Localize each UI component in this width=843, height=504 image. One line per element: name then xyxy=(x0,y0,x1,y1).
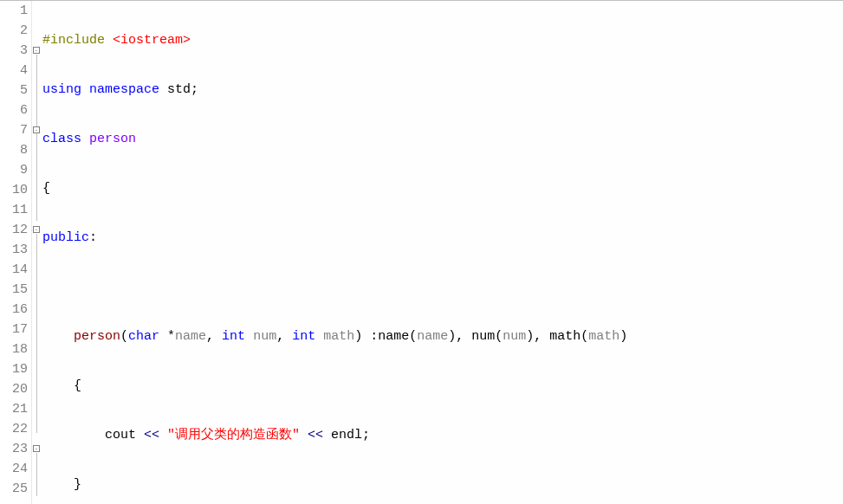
code-area[interactable]: #include <iostream> using namespace std;… xyxy=(41,1,843,504)
line-number: 11 xyxy=(0,200,28,220)
code-text: cout xyxy=(42,428,144,443)
keyword: public xyxy=(42,230,89,245)
code-line[interactable]: { xyxy=(42,376,843,396)
line-number: 13 xyxy=(0,240,28,260)
preproc-token: #include xyxy=(42,33,113,48)
string-literal: "调用父类的构造函数" xyxy=(167,428,300,443)
keyword: int xyxy=(292,329,315,344)
fold-toggle-icon[interactable]: - xyxy=(33,226,40,233)
code-line[interactable] xyxy=(42,277,843,297)
ident: std xyxy=(159,82,191,97)
line-number: 7 xyxy=(0,120,28,140)
punct: , xyxy=(276,329,292,344)
arg: name xyxy=(417,329,448,344)
fold-gutter: - - - - xyxy=(32,1,41,504)
keyword: using xyxy=(42,82,81,97)
punct: ( xyxy=(120,329,128,344)
line-number: 16 xyxy=(0,300,28,320)
line-number: 2 xyxy=(0,21,28,41)
line-number: 17 xyxy=(0,320,28,339)
code-editor[interactable]: 1 2 3 4 5 6 7 8 9 10 11 12 13 14 15 16 1… xyxy=(0,1,843,504)
code-line[interactable]: person(char *name, int num, int math) :n… xyxy=(42,326,843,346)
line-number: 20 xyxy=(0,379,28,399)
line-number: 22 xyxy=(0,419,28,439)
line-number: 14 xyxy=(0,260,28,280)
punct: : xyxy=(89,230,97,245)
punct: ) :name( xyxy=(354,329,417,344)
line-number: 25 xyxy=(0,479,28,499)
keyword: class xyxy=(42,132,81,146)
operator: << xyxy=(308,428,323,443)
fold-toggle-icon[interactable]: - xyxy=(33,126,40,133)
param: num xyxy=(253,329,276,344)
space xyxy=(159,428,167,443)
operator: << xyxy=(144,428,159,443)
keyword: namespace xyxy=(89,82,159,97)
code-line[interactable]: #include <iostream> xyxy=(42,30,843,50)
code-text: endl; xyxy=(323,428,370,443)
punct: , xyxy=(206,329,222,344)
line-number: 12 xyxy=(0,220,28,240)
space xyxy=(245,329,253,344)
line-number: 21 xyxy=(0,399,28,419)
code-line[interactable]: using namespace std; xyxy=(42,80,843,100)
fold-toggle-icon[interactable]: - xyxy=(33,445,40,452)
space xyxy=(300,428,308,443)
param: math xyxy=(323,329,354,344)
class-name: person xyxy=(89,132,136,146)
line-number: 3 xyxy=(0,41,28,61)
line-number: 8 xyxy=(0,140,28,160)
include-path: <iostream> xyxy=(113,33,191,48)
line-number: 10 xyxy=(0,180,28,200)
ctor-name: person xyxy=(74,329,120,344)
line-number: 9 xyxy=(0,160,28,180)
line-number: 23 xyxy=(0,439,28,459)
code-line[interactable]: } xyxy=(42,475,843,494)
code-line[interactable]: { xyxy=(42,178,843,198)
code-line[interactable]: public: xyxy=(42,228,843,248)
code-line[interactable]: cout << "调用父类的构造函数" << endl; xyxy=(42,425,843,445)
line-number: 6 xyxy=(0,100,28,120)
punct: ) xyxy=(619,329,627,344)
fold-toggle-icon[interactable]: - xyxy=(33,47,40,54)
line-number: 15 xyxy=(0,280,28,300)
line-number: 4 xyxy=(0,61,28,81)
fold-line xyxy=(36,234,37,433)
space xyxy=(81,132,89,146)
punct: ), num( xyxy=(448,329,503,344)
punct: * xyxy=(159,329,175,344)
indent xyxy=(42,329,74,344)
keyword: char xyxy=(128,329,159,344)
keyword: int xyxy=(222,329,245,344)
param: name xyxy=(175,329,206,344)
fold-line xyxy=(36,453,37,496)
space xyxy=(315,329,323,344)
line-number: 1 xyxy=(0,1,28,21)
space xyxy=(81,82,89,97)
line-number: 24 xyxy=(0,459,28,479)
line-number: 5 xyxy=(0,81,28,100)
line-number: 19 xyxy=(0,359,28,379)
punct: ), math( xyxy=(526,329,588,344)
arg: num xyxy=(503,329,526,344)
punct: ; xyxy=(191,82,198,97)
line-number: 18 xyxy=(0,339,28,359)
fold-line xyxy=(36,134,37,221)
line-number-gutter: 1 2 3 4 5 6 7 8 9 10 11 12 13 14 15 16 1… xyxy=(0,1,32,504)
arg: math xyxy=(588,329,619,344)
code-line[interactable]: class person xyxy=(42,129,843,149)
